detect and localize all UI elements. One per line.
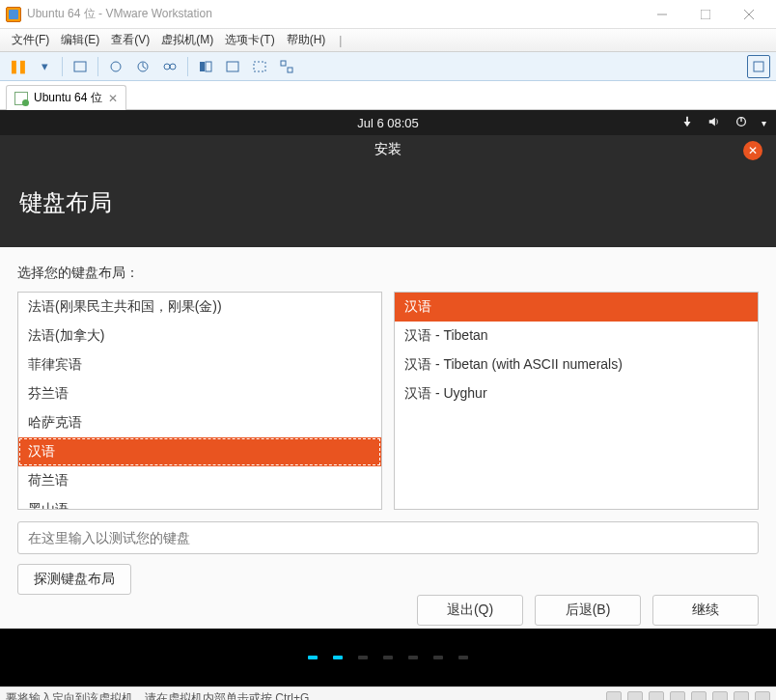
vmware-app-icon (6, 7, 21, 22)
language-list-item[interactable]: 汉语 (18, 437, 381, 466)
vm-dropdown-icon[interactable]: ▾ (33, 55, 56, 78)
svg-rect-1 (74, 62, 86, 71)
keyboard-variant-list[interactable]: 汉语汉语 - Tibetan汉语 - Tibetan (with ASCII n… (394, 292, 759, 510)
language-list-item[interactable]: 哈萨克语 (18, 408, 381, 437)
variant-list-item[interactable]: 汉语 - Tibetan (395, 322, 758, 350)
pause-vm-button[interactable]: ❚❚ (6, 55, 29, 78)
variant-list-item[interactable]: 汉语 - Tibetan (with ASCII numerals) (395, 350, 758, 379)
svg-rect-11 (288, 68, 292, 72)
svg-rect-6 (200, 62, 205, 71)
svg-rect-0 (701, 10, 710, 19)
status-device-icons (606, 691, 770, 701)
vm-tab-close-icon[interactable]: ✕ (108, 92, 118, 105)
unity-icon[interactable] (248, 55, 271, 78)
installer-close-button[interactable]: ✕ (743, 141, 762, 160)
svg-rect-7 (206, 62, 211, 71)
dot (308, 656, 318, 659)
variant-list-item[interactable]: 汉语 (395, 293, 758, 322)
language-list-item[interactable]: 荷兰语 (18, 466, 381, 495)
sound-icon[interactable] (691, 691, 707, 701)
language-list-item[interactable]: 黑山语 (18, 495, 381, 510)
svg-rect-8 (227, 62, 238, 71)
usb-icon[interactable] (670, 691, 685, 701)
dot (333, 656, 343, 659)
maximize-button[interactable] (683, 0, 727, 29)
console-view-icon[interactable] (275, 55, 298, 78)
snapshot-revert-icon[interactable] (131, 55, 154, 78)
svg-rect-12 (754, 62, 763, 71)
detect-keyboard-button[interactable]: 探测键盘布局 (17, 564, 131, 595)
language-list-item[interactable]: 菲律宾语 (18, 350, 381, 379)
quit-button[interactable]: 退出(Q) (417, 595, 523, 626)
vmware-toolbar: ❚❚ ▾ (0, 52, 776, 81)
back-button[interactable]: 后退(B) (535, 595, 641, 626)
dot (383, 656, 393, 659)
keyboard-test-input[interactable] (17, 521, 759, 554)
fullscreen-icon[interactable] (221, 55, 244, 78)
power-icon[interactable] (734, 115, 748, 131)
menu-tabs[interactable]: 选项卡(T) (219, 32, 280, 48)
language-list-item[interactable]: 法语(加拿大) (18, 322, 381, 350)
page-title: 键盘布局 (0, 158, 776, 218)
menu-view[interactable]: 查看(V) (105, 32, 155, 48)
svg-rect-10 (281, 61, 286, 66)
printer-icon[interactable] (712, 691, 728, 701)
svg-point-2 (111, 62, 121, 71)
vm-tab-icon (14, 92, 28, 105)
vm-tab-label: Ubuntu 64 位 (34, 90, 102, 106)
snapshot-take-icon[interactable] (104, 55, 127, 78)
dot (408, 656, 418, 659)
vmware-menubar: 文件(F) 编辑(E) 查看(V) 虚拟机(M) 选项卡(T) 帮助(H) | (0, 29, 776, 52)
status-hint: 要将输入定向到该虚拟机，请在虚拟机内部单击或按 Ctrl+G。 (6, 690, 606, 700)
quick-switch-icon[interactable] (747, 55, 770, 78)
menu-help[interactable]: 帮助(H) (281, 32, 332, 48)
menu-vm[interactable]: 虚拟机(M) (155, 32, 219, 48)
chevron-down-icon[interactable]: ▾ (762, 118, 766, 128)
progress-dots (0, 629, 776, 686)
language-list-item[interactable]: 芬兰语 (18, 379, 381, 408)
dot (433, 656, 443, 659)
disk-icon[interactable] (606, 691, 622, 701)
vmware-statusbar: 要将输入定向到该虚拟机，请在虚拟机内部单击或按 Ctrl+G。 (0, 686, 776, 700)
close-button[interactable] (727, 0, 770, 29)
vm-tab[interactable]: Ubuntu 64 位 ✕ (6, 85, 126, 110)
volume-icon[interactable] (707, 115, 721, 131)
network-icon[interactable] (680, 115, 694, 131)
variant-list-item[interactable]: 汉语 - Uyghur (395, 379, 758, 408)
installer-header: 安装 ✕ 键盘布局 (0, 135, 776, 247)
gnome-clock: Jul 6 08:05 (357, 116, 419, 130)
svg-rect-9 (254, 62, 265, 71)
dot (358, 656, 368, 659)
menu-edit[interactable]: 编辑(E) (55, 32, 105, 48)
message-icon[interactable] (755, 691, 770, 701)
installer-window-title: 安装 (0, 135, 776, 158)
keyboard-prompt: 选择您的键盘布局： (17, 265, 759, 282)
minimize-button[interactable] (640, 0, 683, 29)
display-icon[interactable] (734, 691, 749, 701)
fit-guest-icon[interactable] (194, 55, 217, 78)
dot (458, 656, 468, 659)
vmware-tabstrip: Ubuntu 64 位 ✕ (0, 81, 776, 110)
language-list-item[interactable]: 法语(刚果民主共和国，刚果(金)) (18, 293, 381, 322)
vm-display[interactable]: Jul 6 08:05 ▾ 安装 ✕ 键盘布局 选择您的键盘布局： 法语(刚果民… (0, 110, 776, 686)
svg-point-4 (164, 64, 170, 70)
svg-point-5 (170, 64, 176, 70)
cdrom-icon[interactable] (627, 691, 643, 701)
gnome-top-bar: Jul 6 08:05 ▾ (0, 110, 776, 135)
snapshot-manager-icon[interactable] (158, 55, 181, 78)
continue-button[interactable]: 继续 (652, 595, 759, 626)
window-title: Ubuntu 64 位 - VMware Workstation (27, 6, 640, 22)
send-ctrl-alt-del-icon[interactable] (69, 55, 92, 78)
installer-content: 选择您的键盘布局： 法语(刚果民主共和国，刚果(金))法语(加拿大)菲律宾语芬兰… (0, 247, 776, 629)
menu-file[interactable]: 文件(F) (6, 32, 55, 48)
network-adapter-icon[interactable] (649, 691, 664, 701)
keyboard-language-list[interactable]: 法语(刚果民主共和国，刚果(金))法语(加拿大)菲律宾语芬兰语哈萨克语汉语荷兰语… (17, 292, 382, 510)
vmware-titlebar: Ubuntu 64 位 - VMware Workstation (0, 0, 776, 29)
